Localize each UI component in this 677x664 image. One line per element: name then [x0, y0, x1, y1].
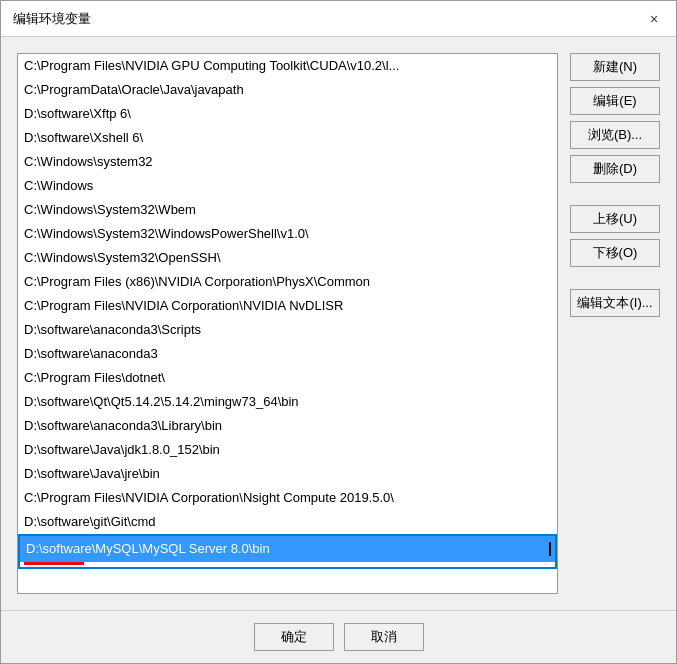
browse-button[interactable]: 浏览(B)...	[570, 121, 660, 149]
list-item[interactable]: D:\software\Java\jre\bin	[18, 462, 557, 486]
button-spacer	[570, 189, 660, 199]
list-item[interactable]: D:\software\Qt\Qt5.14.2\5.14.2\mingw73_6…	[18, 390, 557, 414]
list-item[interactable]: C:\Windows\system32	[18, 150, 557, 174]
new-button[interactable]: 新建(N)	[570, 53, 660, 81]
title-bar: 编辑环境变量 ×	[1, 1, 676, 37]
list-item[interactable]: C:\Program Files\NVIDIA Corporation\Nsig…	[18, 486, 557, 510]
list-item[interactable]: D:\software\Java\jdk1.8.0_152\bin	[18, 438, 557, 462]
dialog-title: 编辑环境变量	[13, 10, 91, 28]
list-item[interactable]: D:\software\Xftp 6\	[18, 102, 557, 126]
list-item[interactable]: C:\Program Files (x86)\NVIDIA Corporatio…	[18, 270, 557, 294]
list-item[interactable]: C:\Windows\System32\WindowsPowerShell\v1…	[18, 222, 557, 246]
list-item[interactable]: D:\software\MySQL\MySQL Server 8.0\bin	[18, 534, 557, 569]
path-list-panel: C:\Program Files\NVIDIA GPU Computing To…	[17, 53, 558, 594]
dialog-content: C:\Program Files\NVIDIA GPU Computing To…	[1, 37, 676, 610]
list-item[interactable]: C:\Windows\System32\Wbem	[18, 198, 557, 222]
edit-text-button[interactable]: 编辑文本(I)...	[570, 289, 660, 317]
inline-edit-input[interactable]: D:\software\MySQL\MySQL Server 8.0\bin	[24, 538, 548, 560]
move-down-button[interactable]: 下移(O)	[570, 239, 660, 267]
list-item[interactable]: C:\Program Files\NVIDIA Corporation\NVID…	[18, 294, 557, 318]
close-button[interactable]: ×	[644, 9, 664, 29]
action-button-panel: 新建(N) 编辑(E) 浏览(B)... 删除(D) 上移(U) 下移(O) 编…	[570, 53, 660, 594]
path-list-container[interactable]: C:\Program Files\NVIDIA GPU Computing To…	[18, 54, 557, 593]
edit-underline	[24, 562, 84, 565]
list-item[interactable]: C:\Windows	[18, 174, 557, 198]
list-item[interactable]: C:\ProgramData\Oracle\Java\javapath	[18, 78, 557, 102]
list-item[interactable]: C:\Program Files\NVIDIA GPU Computing To…	[18, 54, 557, 78]
list-item[interactable]: C:\Program Files\dotnet\	[18, 366, 557, 390]
ok-button[interactable]: 确定	[254, 623, 334, 651]
cancel-button[interactable]: 取消	[344, 623, 424, 651]
button-spacer-2	[570, 273, 660, 283]
dialog-footer: 确定 取消	[1, 610, 676, 663]
edit-button[interactable]: 编辑(E)	[570, 87, 660, 115]
edit-env-var-dialog: 编辑环境变量 × C:\Program Files\NVIDIA GPU Com…	[0, 0, 677, 664]
list-item[interactable]: D:\software\git\Git\cmd	[18, 510, 557, 534]
list-item[interactable]: C:\Windows\System32\OpenSSH\	[18, 246, 557, 270]
move-up-button[interactable]: 上移(U)	[570, 205, 660, 233]
delete-button[interactable]: 删除(D)	[570, 155, 660, 183]
list-item[interactable]: D:\software\Xshell 6\	[18, 126, 557, 150]
list-item[interactable]: D:\software\anaconda3\Library\bin	[18, 414, 557, 438]
list-item[interactable]: D:\software\anaconda3	[18, 342, 557, 366]
text-cursor	[549, 542, 551, 556]
list-item[interactable]: D:\software\anaconda3\Scripts	[18, 318, 557, 342]
